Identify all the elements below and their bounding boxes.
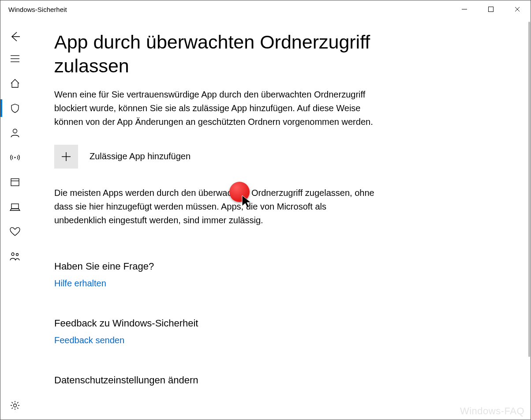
gear-icon — [10, 400, 20, 411]
sidebar-item-device-security[interactable] — [0, 195, 30, 219]
help-heading: Haben Sie eine Frage? — [54, 261, 513, 272]
plus-icon — [60, 151, 72, 162]
scrollbar[interactable] — [528, 22, 530, 357]
add-allowed-app-row[interactable]: Zulässige App hinzufügen — [54, 145, 513, 169]
titlebar: Windows-Sicherheit — [0, 0, 531, 18]
heart-pulse-icon — [9, 226, 21, 237]
sidebar-item-account-protection[interactable] — [0, 120, 30, 145]
sidebar-item-family-options[interactable] — [0, 244, 30, 269]
sidebar-item-virus-protection[interactable] — [0, 96, 30, 120]
svg-point-13 — [11, 253, 14, 255]
main-content: App durch überwachten Ordnerzugriff zula… — [30, 18, 531, 420]
sidebar-item-firewall[interactable] — [0, 145, 30, 170]
window-icon — [10, 177, 20, 188]
add-allowed-app-label: Zulässige App hinzufügen — [90, 151, 191, 161]
svg-point-15 — [14, 404, 17, 407]
svg-point-14 — [16, 254, 19, 256]
privacy-heading: Datenschutzeinstellungen ändern — [54, 375, 513, 386]
settings-button[interactable] — [0, 393, 30, 418]
maximize-button[interactable] — [478, 0, 504, 18]
svg-rect-12 — [11, 204, 19, 209]
mouse-cursor-icon — [241, 195, 254, 210]
add-allowed-app-button[interactable] — [54, 145, 78, 169]
laptop-icon — [9, 202, 21, 212]
info-text: Die meisten Apps werden durch den überwa… — [54, 186, 381, 227]
minimize-button[interactable] — [451, 0, 478, 18]
svg-point-8 — [13, 129, 17, 133]
home-icon — [10, 78, 20, 89]
page-title: App durch überwachten Ordnerzugriff zula… — [54, 30, 389, 78]
svg-rect-10 — [11, 179, 19, 186]
person-icon — [10, 128, 20, 138]
antenna-icon — [9, 152, 21, 163]
svg-rect-1 — [489, 7, 494, 12]
send-feedback-link[interactable]: Feedback senden — [54, 335, 513, 345]
family-icon — [9, 251, 21, 262]
sidebar-item-device-performance[interactable] — [0, 219, 30, 244]
window-controls — [451, 0, 531, 18]
shield-icon — [10, 103, 20, 113]
sidebar-item-home[interactable] — [0, 71, 30, 96]
window-title: Windows-Sicherheit — [8, 6, 67, 13]
back-button[interactable] — [0, 27, 30, 46]
get-help-link[interactable]: Hilfe erhalten — [54, 278, 513, 289]
sidebar — [0, 18, 30, 420]
sidebar-item-app-browser-control[interactable] — [0, 170, 30, 195]
feedback-heading: Feedback zu Windows-Sicherheit — [54, 318, 513, 329]
hamburger-menu-icon[interactable] — [0, 49, 30, 68]
intro-text: Wenn eine für Sie vertrauenswürdige App … — [54, 88, 381, 129]
close-button[interactable] — [504, 0, 531, 18]
svg-point-9 — [15, 157, 16, 158]
